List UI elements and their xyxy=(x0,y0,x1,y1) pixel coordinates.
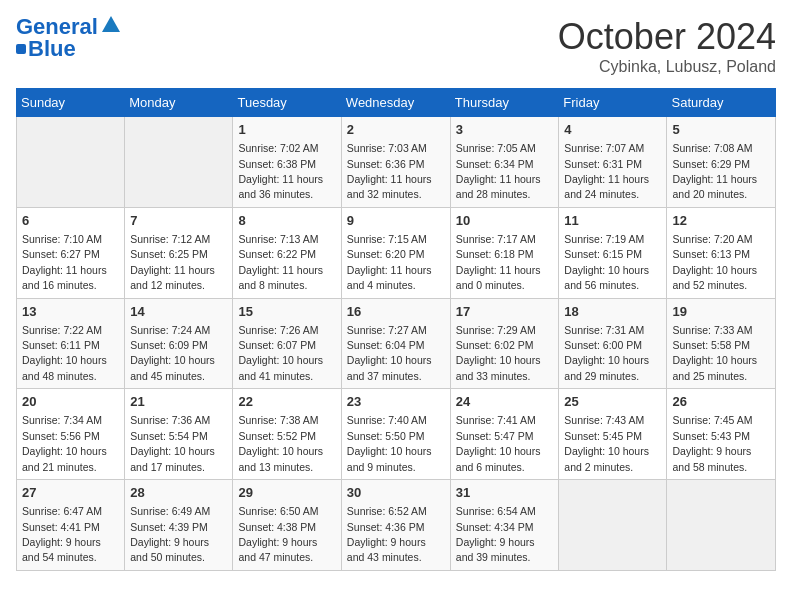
day-number: 16 xyxy=(347,303,445,321)
day-number: 24 xyxy=(456,393,554,411)
logo-square xyxy=(16,44,26,54)
day-number: 28 xyxy=(130,484,227,502)
day-info: Sunrise: 7:12 AMSunset: 6:25 PMDaylight:… xyxy=(130,233,215,291)
day-info: Sunrise: 7:22 AMSunset: 6:11 PMDaylight:… xyxy=(22,324,107,382)
day-number: 3 xyxy=(456,121,554,139)
calendar-cell: 19Sunrise: 7:33 AMSunset: 5:58 PMDayligh… xyxy=(667,298,776,389)
calendar-cell xyxy=(17,117,125,208)
day-number: 11 xyxy=(564,212,661,230)
day-number: 9 xyxy=(347,212,445,230)
calendar-cell: 25Sunrise: 7:43 AMSunset: 5:45 PMDayligh… xyxy=(559,389,667,480)
day-number: 8 xyxy=(238,212,335,230)
day-info: Sunrise: 7:29 AMSunset: 6:02 PMDaylight:… xyxy=(456,324,541,382)
logo-blue-text: Blue xyxy=(28,38,76,60)
calendar-body: 1Sunrise: 7:02 AMSunset: 6:38 PMDaylight… xyxy=(17,117,776,571)
header-saturday: Saturday xyxy=(667,89,776,117)
calendar-week-5: 27Sunrise: 6:47 AMSunset: 4:41 PMDayligh… xyxy=(17,480,776,571)
day-number: 13 xyxy=(22,303,119,321)
calendar-cell: 24Sunrise: 7:41 AMSunset: 5:47 PMDayligh… xyxy=(450,389,559,480)
day-number: 23 xyxy=(347,393,445,411)
day-info: Sunrise: 7:31 AMSunset: 6:00 PMDaylight:… xyxy=(564,324,649,382)
calendar-cell xyxy=(125,117,233,208)
day-number: 20 xyxy=(22,393,119,411)
day-info: Sunrise: 7:07 AMSunset: 6:31 PMDaylight:… xyxy=(564,142,649,200)
day-info: Sunrise: 7:20 AMSunset: 6:13 PMDaylight:… xyxy=(672,233,757,291)
day-number: 22 xyxy=(238,393,335,411)
day-number: 17 xyxy=(456,303,554,321)
calendar-cell: 14Sunrise: 7:24 AMSunset: 6:09 PMDayligh… xyxy=(125,298,233,389)
calendar-cell: 23Sunrise: 7:40 AMSunset: 5:50 PMDayligh… xyxy=(341,389,450,480)
day-info: Sunrise: 7:43 AMSunset: 5:45 PMDaylight:… xyxy=(564,414,649,472)
day-number: 27 xyxy=(22,484,119,502)
header-wednesday: Wednesday xyxy=(341,89,450,117)
header-monday: Monday xyxy=(125,89,233,117)
calendar-cell: 1Sunrise: 7:02 AMSunset: 6:38 PMDaylight… xyxy=(233,117,341,208)
calendar-cell: 2Sunrise: 7:03 AMSunset: 6:36 PMDaylight… xyxy=(341,117,450,208)
day-number: 7 xyxy=(130,212,227,230)
logo-text: General xyxy=(16,16,98,38)
calendar-week-2: 6Sunrise: 7:10 AMSunset: 6:27 PMDaylight… xyxy=(17,207,776,298)
day-info: Sunrise: 7:41 AMSunset: 5:47 PMDaylight:… xyxy=(456,414,541,472)
day-info: Sunrise: 7:36 AMSunset: 5:54 PMDaylight:… xyxy=(130,414,215,472)
calendar-cell: 18Sunrise: 7:31 AMSunset: 6:00 PMDayligh… xyxy=(559,298,667,389)
day-number: 30 xyxy=(347,484,445,502)
day-number: 25 xyxy=(564,393,661,411)
day-info: Sunrise: 7:15 AMSunset: 6:20 PMDaylight:… xyxy=(347,233,432,291)
calendar-cell: 10Sunrise: 7:17 AMSunset: 6:18 PMDayligh… xyxy=(450,207,559,298)
calendar-header-row: SundayMondayTuesdayWednesdayThursdayFrid… xyxy=(17,89,776,117)
day-number: 10 xyxy=(456,212,554,230)
day-number: 12 xyxy=(672,212,770,230)
calendar-cell: 30Sunrise: 6:52 AMSunset: 4:36 PMDayligh… xyxy=(341,480,450,571)
calendar-cell: 27Sunrise: 6:47 AMSunset: 4:41 PMDayligh… xyxy=(17,480,125,571)
day-info: Sunrise: 7:19 AMSunset: 6:15 PMDaylight:… xyxy=(564,233,649,291)
day-info: Sunrise: 7:34 AMSunset: 5:56 PMDaylight:… xyxy=(22,414,107,472)
day-number: 1 xyxy=(238,121,335,139)
day-number: 15 xyxy=(238,303,335,321)
day-number: 6 xyxy=(22,212,119,230)
logo-icon xyxy=(100,14,122,36)
day-info: Sunrise: 7:08 AMSunset: 6:29 PMDaylight:… xyxy=(672,142,757,200)
day-number: 29 xyxy=(238,484,335,502)
day-info: Sunrise: 6:50 AMSunset: 4:38 PMDaylight:… xyxy=(238,505,318,563)
page-header: General Blue October 2024 Cybinka, Lubus… xyxy=(16,16,776,76)
day-info: Sunrise: 6:54 AMSunset: 4:34 PMDaylight:… xyxy=(456,505,536,563)
day-info: Sunrise: 7:33 AMSunset: 5:58 PMDaylight:… xyxy=(672,324,757,382)
header-tuesday: Tuesday xyxy=(233,89,341,117)
svg-marker-0 xyxy=(102,16,120,32)
calendar-cell: 7Sunrise: 7:12 AMSunset: 6:25 PMDaylight… xyxy=(125,207,233,298)
calendar-cell xyxy=(667,480,776,571)
day-info: Sunrise: 7:03 AMSunset: 6:36 PMDaylight:… xyxy=(347,142,432,200)
day-info: Sunrise: 7:02 AMSunset: 6:38 PMDaylight:… xyxy=(238,142,323,200)
day-info: Sunrise: 7:13 AMSunset: 6:22 PMDaylight:… xyxy=(238,233,323,291)
day-number: 31 xyxy=(456,484,554,502)
day-info: Sunrise: 7:17 AMSunset: 6:18 PMDaylight:… xyxy=(456,233,541,291)
day-number: 21 xyxy=(130,393,227,411)
day-number: 2 xyxy=(347,121,445,139)
title-area: October 2024 Cybinka, Lubusz, Poland xyxy=(558,16,776,76)
calendar-cell: 21Sunrise: 7:36 AMSunset: 5:54 PMDayligh… xyxy=(125,389,233,480)
day-info: Sunrise: 7:38 AMSunset: 5:52 PMDaylight:… xyxy=(238,414,323,472)
calendar-cell: 31Sunrise: 6:54 AMSunset: 4:34 PMDayligh… xyxy=(450,480,559,571)
calendar-cell: 5Sunrise: 7:08 AMSunset: 6:29 PMDaylight… xyxy=(667,117,776,208)
calendar-cell: 4Sunrise: 7:07 AMSunset: 6:31 PMDaylight… xyxy=(559,117,667,208)
day-number: 5 xyxy=(672,121,770,139)
calendar-cell: 22Sunrise: 7:38 AMSunset: 5:52 PMDayligh… xyxy=(233,389,341,480)
day-info: Sunrise: 7:26 AMSunset: 6:07 PMDaylight:… xyxy=(238,324,323,382)
header-sunday: Sunday xyxy=(17,89,125,117)
calendar-week-3: 13Sunrise: 7:22 AMSunset: 6:11 PMDayligh… xyxy=(17,298,776,389)
day-info: Sunrise: 6:47 AMSunset: 4:41 PMDaylight:… xyxy=(22,505,102,563)
logo: General Blue xyxy=(16,16,122,60)
day-info: Sunrise: 7:05 AMSunset: 6:34 PMDaylight:… xyxy=(456,142,541,200)
calendar-week-1: 1Sunrise: 7:02 AMSunset: 6:38 PMDaylight… xyxy=(17,117,776,208)
calendar-cell: 28Sunrise: 6:49 AMSunset: 4:39 PMDayligh… xyxy=(125,480,233,571)
calendar-cell: 26Sunrise: 7:45 AMSunset: 5:43 PMDayligh… xyxy=(667,389,776,480)
calendar-cell: 15Sunrise: 7:26 AMSunset: 6:07 PMDayligh… xyxy=(233,298,341,389)
calendar-cell: 13Sunrise: 7:22 AMSunset: 6:11 PMDayligh… xyxy=(17,298,125,389)
day-info: Sunrise: 6:49 AMSunset: 4:39 PMDaylight:… xyxy=(130,505,210,563)
calendar-cell: 17Sunrise: 7:29 AMSunset: 6:02 PMDayligh… xyxy=(450,298,559,389)
day-info: Sunrise: 7:10 AMSunset: 6:27 PMDaylight:… xyxy=(22,233,107,291)
calendar-week-4: 20Sunrise: 7:34 AMSunset: 5:56 PMDayligh… xyxy=(17,389,776,480)
day-info: Sunrise: 6:52 AMSunset: 4:36 PMDaylight:… xyxy=(347,505,427,563)
day-info: Sunrise: 7:27 AMSunset: 6:04 PMDaylight:… xyxy=(347,324,432,382)
calendar-cell xyxy=(559,480,667,571)
